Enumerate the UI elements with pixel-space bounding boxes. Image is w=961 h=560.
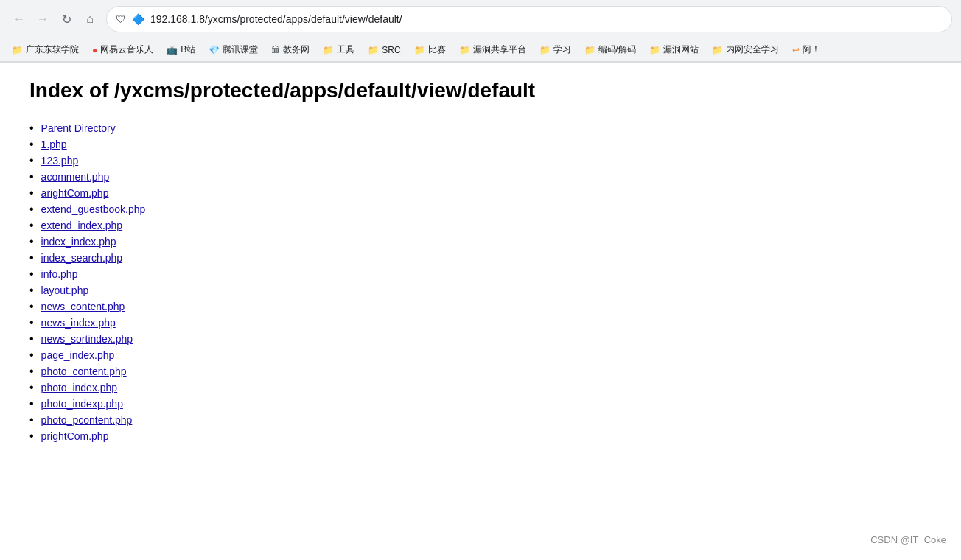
- bookmark-label: 学习: [553, 43, 571, 56]
- bookmark-label: 教务网: [283, 43, 310, 56]
- home-button[interactable]: ⌂: [80, 9, 100, 29]
- list-item: page_index.php: [29, 349, 932, 362]
- list-item: Parent Directory: [29, 122, 932, 135]
- bookmark-label: 工具: [337, 43, 354, 56]
- list-item: 1.php: [29, 138, 932, 151]
- file-link[interactable]: index_index.php: [41, 236, 116, 248]
- file-link[interactable]: layout.php: [41, 284, 89, 296]
- bookmark-loudongwz[interactable]: 📁 漏洞网站: [643, 41, 705, 58]
- bookmark-netease[interactable]: ● 网易云音乐人: [86, 41, 159, 58]
- file-link[interactable]: photo_content.php: [41, 365, 127, 377]
- bookmark-src[interactable]: 📁 SRC: [362, 43, 406, 57]
- file-list: Parent Directory 1.php 123.php acomment.…: [29, 122, 932, 443]
- bookmark-tencent[interactable]: 💎 腾讯课堂: [203, 41, 264, 58]
- watermark: CSDN @IT_Coke: [870, 534, 946, 545]
- page-icon: 🔷: [132, 13, 144, 25]
- bookmark-folder-icon: 📁: [712, 45, 723, 55]
- list-item: index_search.php: [29, 251, 932, 265]
- page-content: Index of /yxcms/protected/apps/default/v…: [0, 63, 961, 549]
- bookmark-encode[interactable]: 📁 编码/解码: [579, 41, 642, 58]
- list-item: info.php: [29, 267, 932, 281]
- list-item: photo_index.php: [29, 381, 932, 394]
- page-title: Index of /yxcms/protected/apps/default/v…: [29, 77, 932, 104]
- bookmark-folder-icon: 📁: [649, 45, 660, 55]
- bookmark-label: 网易云音乐人: [100, 43, 153, 56]
- list-item: acomment.php: [29, 170, 932, 183]
- bookmark-jww[interactable]: 🏛 教务网: [265, 41, 315, 58]
- file-link[interactable]: news_sortindex.php: [41, 333, 133, 345]
- file-link[interactable]: 123.php: [41, 155, 79, 167]
- back-button[interactable]: ←: [9, 9, 29, 29]
- file-link[interactable]: news_content.php: [41, 301, 125, 312]
- file-link[interactable]: news_index.php: [41, 317, 116, 329]
- browser-chrome: ← → ↻ ⌂ 🛡 🔷 📁 广东东软学院 ● 网易云音乐人 📺 B站 💎 腾讯课…: [0, 0, 961, 63]
- file-link[interactable]: arightCom.php: [41, 187, 109, 199]
- file-link[interactable]: index_search.php: [41, 252, 123, 264]
- bookmark-label: SRC: [382, 45, 400, 55]
- bookmark-label: 阿！: [803, 43, 820, 56]
- forward-button[interactable]: →: [32, 9, 53, 29]
- bookmark-jww-icon: 🏛: [271, 45, 280, 55]
- file-link[interactable]: acomment.php: [41, 171, 110, 183]
- list-item: layout.php: [29, 284, 932, 297]
- bookmark-folder-icon: 📁: [584, 45, 595, 55]
- file-link[interactable]: photo_index.php: [41, 382, 118, 393]
- file-link[interactable]: page_index.php: [41, 349, 115, 361]
- bookmark-label: 腾讯课堂: [223, 43, 258, 56]
- bookmarks-bar: 📁 广东东软学院 ● 网易云音乐人 📺 B站 💎 腾讯课堂 🏛 教务网 📁 工具…: [0, 38, 961, 62]
- address-bar-container[interactable]: 🛡 🔷: [106, 6, 952, 32]
- list-item: index_index.php: [29, 235, 932, 248]
- bookmark-ah[interactable]: ↩ 阿！: [786, 41, 826, 58]
- bookmark-folder-icon: 📁: [323, 45, 334, 55]
- file-link[interactable]: prightCom.php: [41, 430, 109, 442]
- bookmark-folder-icon: 📁: [459, 45, 470, 55]
- bookmark-label: 内网安全学习: [726, 43, 779, 56]
- bookmark-ah-icon: ↩: [792, 45, 800, 55]
- bookmark-guangdong[interactable]: 📁 广东东软学院: [6, 41, 85, 58]
- nav-buttons: ← → ↻ ⌂: [9, 9, 100, 29]
- file-link[interactable]: 1.php: [41, 139, 67, 150]
- bookmark-folder-icon: 📁: [12, 45, 23, 55]
- bookmark-bilibili-icon: 📺: [167, 45, 178, 55]
- file-link[interactable]: photo_indexp.php: [41, 398, 123, 410]
- bookmark-intranet[interactable]: 📁 内网安全学习: [706, 41, 785, 58]
- bookmark-label: 漏洞网站: [663, 43, 699, 56]
- bookmark-bilibili[interactable]: 📺 B站: [161, 41, 201, 58]
- address-input[interactable]: [150, 13, 943, 25]
- bookmark-label: 编码/解码: [598, 43, 636, 56]
- browser-titlebar: ← → ↻ ⌂ 🛡 🔷: [0, 0, 961, 38]
- file-link[interactable]: extend_index.php: [41, 220, 123, 231]
- list-item: extend_guestbook.php: [29, 203, 932, 216]
- list-item: photo_content.php: [29, 365, 932, 378]
- list-item: arightCom.php: [29, 186, 932, 200]
- list-item: extend_index.php: [29, 219, 932, 232]
- list-item: prightCom.php: [29, 430, 932, 443]
- list-item: 123.php: [29, 154, 932, 167]
- list-item: photo_pcontent.php: [29, 413, 932, 427]
- bookmark-label: B站: [181, 43, 195, 56]
- bookmark-tools[interactable]: 📁 工具: [317, 41, 360, 58]
- bookmark-label: 漏洞共享平台: [473, 43, 526, 56]
- file-link[interactable]: extend_guestbook.php: [41, 203, 146, 215]
- bookmark-label: 广东东软学院: [26, 43, 79, 56]
- list-item: news_sortindex.php: [29, 332, 932, 346]
- bookmark-folder-icon: 📁: [539, 45, 551, 55]
- bookmark-bisai[interactable]: 📁 比赛: [408, 41, 452, 58]
- bookmark-label: 比赛: [428, 43, 446, 56]
- parent-directory-link[interactable]: Parent Directory: [41, 122, 116, 134]
- bookmark-loudong[interactable]: 📁 漏洞共享平台: [453, 41, 532, 58]
- bookmark-study[interactable]: 📁 学习: [534, 41, 577, 58]
- bookmark-folder-icon: 📁: [414, 45, 425, 55]
- bookmark-netease-icon: ●: [92, 45, 97, 55]
- bookmark-folder-icon: 📁: [368, 45, 379, 55]
- list-item: news_content.php: [29, 300, 932, 313]
- file-link[interactable]: photo_pcontent.php: [41, 414, 133, 426]
- list-item: news_index.php: [29, 316, 932, 329]
- list-item: photo_indexp.php: [29, 397, 932, 410]
- reload-button[interactable]: ↻: [56, 9, 77, 29]
- shield-icon: 🛡: [116, 13, 126, 25]
- file-link[interactable]: info.php: [41, 268, 78, 280]
- bookmark-tencent-icon: 💎: [209, 45, 220, 55]
